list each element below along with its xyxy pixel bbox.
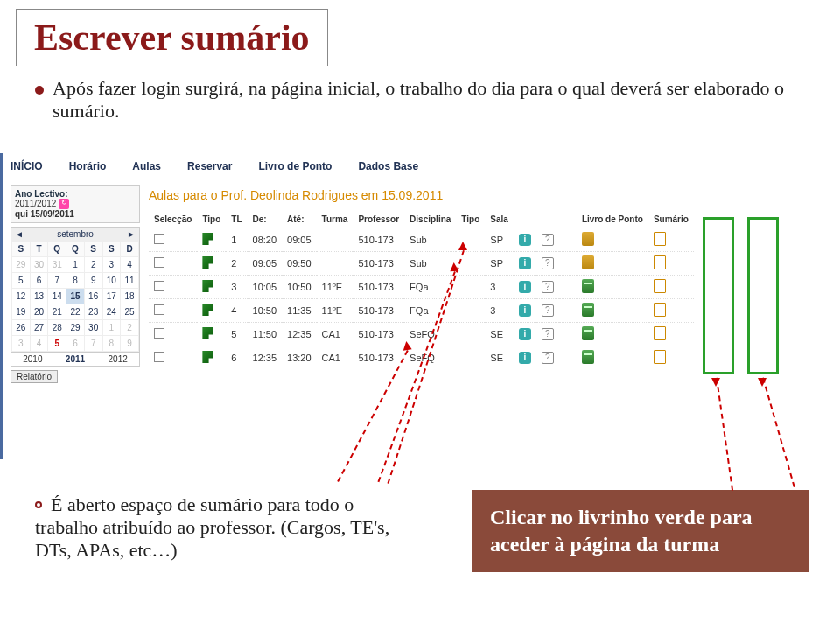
tab-livro-de-ponto[interactable]: Livro de Ponto [258,160,332,172]
cal-day[interactable]: 30 [30,257,48,273]
cal-next-icon[interactable]: ► [127,229,136,239]
cal-day[interactable]: 28 [48,320,66,336]
cal-day[interactable]: 18 [121,289,139,304]
cal-day[interactable]: 5 [12,273,31,289]
cal-day[interactable]: 4 [30,336,48,352]
cal-day[interactable]: 2 [121,320,139,336]
checkbox[interactable] [154,234,164,244]
summary-icon[interactable] [654,256,666,270]
book-icon[interactable] [582,279,594,293]
info-icon[interactable]: i [519,352,531,364]
cal-day[interactable]: 3 [12,336,31,352]
cal-day[interactable]: 5 [48,336,66,352]
cal-year[interactable]: 2012 [108,354,128,364]
book-icon[interactable] [582,326,594,340]
help-icon[interactable]: ? [542,328,554,340]
cal-day[interactable]: 16 [84,289,102,304]
cal-day[interactable]: 17 [102,289,121,304]
col-header: Disciplina [404,211,456,228]
info-icon[interactable]: i [519,328,531,340]
col-header: Sumário [648,211,694,228]
cal-day[interactable]: 10 [102,273,121,289]
cal-day[interactable]: 1 [102,320,121,336]
book-icon[interactable] [582,350,594,364]
checkbox[interactable] [154,352,164,362]
cal-day[interactable]: 21 [48,304,66,320]
help-icon[interactable]: ? [542,352,554,364]
summary-icon[interactable] [654,303,666,317]
summary-icon[interactable] [654,279,666,293]
refresh-icon[interactable]: ↻ [59,199,69,209]
col-header: Até: [282,211,317,228]
tab-reservar[interactable]: Reservar [187,160,232,172]
checkbox[interactable] [154,281,164,291]
tab-dados-base[interactable]: Dados Base [358,160,418,172]
help-icon[interactable]: ? [542,257,554,270]
summary-icon[interactable] [654,350,666,364]
cal-day[interactable]: 13 [30,289,48,304]
cal-day[interactable]: 15 [66,289,85,304]
cal-dow: S [102,242,121,257]
cal-day[interactable]: 14 [48,289,66,304]
summary-icon[interactable] [654,232,666,246]
cal-day[interactable]: 22 [66,304,85,320]
help-icon[interactable]: ? [542,304,554,317]
cal-day[interactable]: 23 [84,304,102,320]
help-icon[interactable]: ? [542,281,554,293]
slide-title-box: Escrever sumário [16,9,328,66]
cal-day[interactable]: 19 [12,304,31,320]
current-date: qui 15/09/2011 [15,209,136,219]
book-icon[interactable] [582,232,594,246]
cal-year[interactable]: 2011 [66,354,85,364]
tab-aulas[interactable]: Aulas [132,160,161,172]
book-icon[interactable] [582,303,594,317]
cal-day[interactable]: 6 [30,273,48,289]
cal-day[interactable]: 1 [66,257,85,273]
relatorio-button[interactable]: Relatório [10,370,58,383]
cal-day[interactable]: 24 [102,304,121,320]
cal-day[interactable]: 31 [48,257,66,273]
checkbox[interactable] [154,257,164,268]
summary-icon[interactable] [654,326,666,340]
cell-de: 08:20 [248,228,283,252]
info-icon[interactable]: i [519,234,531,246]
cal-dow: D [121,242,139,257]
cell-de: 12:35 [248,346,283,370]
info-icon[interactable]: i [519,304,531,317]
info-icon[interactable]: i [519,257,531,270]
cal-day[interactable]: 12 [12,289,31,304]
cal-day[interactable]: 29 [66,320,85,336]
cal-day[interactable]: 27 [30,320,48,336]
cal-dow: S [12,242,31,257]
calendar[interactable]: ◄ setembro ► STQQSSD29303112345678910111… [10,227,140,367]
cal-day[interactable]: 8 [102,336,121,352]
checkbox[interactable] [154,328,164,339]
type-icon [202,327,213,340]
cal-day[interactable]: 9 [121,336,139,352]
cal-prev-icon[interactable]: ◄ [15,229,24,239]
cal-day[interactable]: 20 [30,304,48,320]
cal-day[interactable]: 9 [84,273,102,289]
cal-day[interactable]: 7 [48,273,66,289]
help-icon[interactable]: ? [542,234,554,246]
cal-day[interactable]: 6 [66,336,85,352]
cal-day[interactable]: 25 [121,304,139,320]
cell-tipo [456,276,485,299]
col-header [559,211,577,228]
info-icon[interactable]: i [519,281,531,293]
cal-day[interactable]: 8 [66,273,85,289]
tab-horário[interactable]: Horário [69,160,107,172]
cal-year[interactable]: 2010 [23,354,42,364]
cal-day[interactable]: 7 [84,336,102,352]
cal-day[interactable]: 29 [12,257,31,273]
book-icon[interactable] [582,256,594,270]
cal-day[interactable]: 30 [84,320,102,336]
cal-day[interactable]: 4 [121,257,139,273]
cal-day[interactable]: 2 [84,257,102,273]
cal-day[interactable]: 26 [12,320,31,336]
cal-day[interactable]: 11 [121,273,139,289]
checkbox[interactable] [154,304,164,315]
cal-day[interactable]: 3 [102,257,121,273]
callout-box: Clicar no livrinho verde para aceder à p… [472,490,808,572]
tab-início[interactable]: INÍCIO [10,160,43,172]
